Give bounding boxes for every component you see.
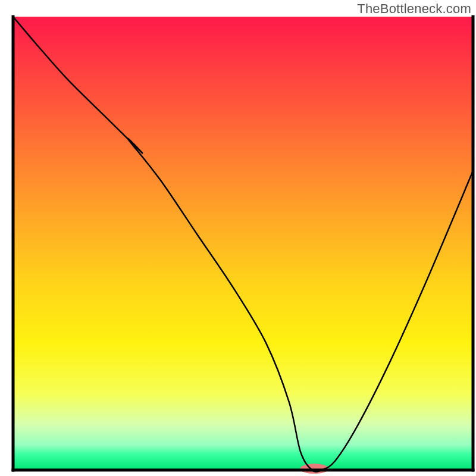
bottleneck-chart: TheBottleneck.com: [0, 0, 476, 476]
watermark-label: TheBottleneck.com: [357, 1, 471, 17]
chart-svg: [0, 0, 476, 476]
gradient-background: [13, 17, 473, 470]
